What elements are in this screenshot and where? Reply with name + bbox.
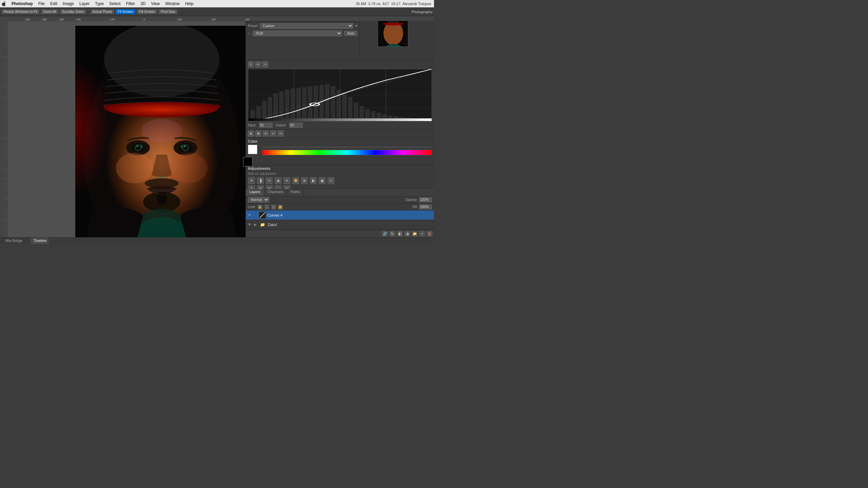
workspace-name: Photography — [412, 10, 433, 14]
timeline-tab[interactable]: Timeline — [31, 238, 49, 244]
menu-photoshop[interactable]: Photoshop — [9, 1, 36, 7]
svg-rect-104 — [325, 84, 330, 121]
paths-tab[interactable]: Paths — [287, 189, 304, 196]
ruler-vertical — [0, 16, 7, 237]
layer-delete-btn[interactable]: 🗑 — [427, 231, 433, 237]
fill-input[interactable] — [419, 204, 432, 209]
menu-edit[interactable]: Edit — [47, 1, 60, 7]
adj-blackwhite[interactable]: ◧ — [310, 177, 317, 184]
svg-point-70 — [157, 192, 167, 205]
input-label: Input: — [248, 123, 256, 127]
fill-screen-btn[interactable]: Fill Screen — [137, 9, 157, 14]
layer-group-btn[interactable]: 📁 — [412, 231, 418, 237]
opacity-input[interactable] — [419, 197, 432, 202]
curves-action-3[interactable]: ⟳ — [263, 130, 269, 137]
layer-thumb-curves4 — [259, 211, 266, 219]
layer-expand-zlatof[interactable]: ▶ — [253, 223, 257, 227]
menu-help[interactable]: Help — [182, 1, 196, 7]
layer-link-btn[interactable]: 🔗 — [382, 231, 388, 237]
curves-action-2[interactable]: ⊠ — [255, 130, 261, 137]
print-size-btn[interactable]: Print Size — [158, 9, 178, 14]
svg-text:100: 100 — [178, 18, 182, 21]
menu-image[interactable]: Image — [60, 1, 77, 7]
svg-text:-250: -250 — [59, 18, 64, 21]
background-swatch[interactable] — [243, 157, 253, 166]
lock-all-btn[interactable]: 🔐 — [278, 204, 283, 210]
curves-action-5[interactable]: ↪ — [278, 130, 284, 137]
lock-image-btn[interactable]: ⊡ — [271, 204, 276, 210]
menu-view[interactable]: View — [148, 1, 162, 7]
curves-action-1[interactable]: ⊞ — [248, 130, 254, 137]
menu-right-info: 35.8M 3.79 ca A17 19:17 Alexandr Tulupov — [356, 2, 434, 6]
zoom-all-btn[interactable]: Zoom All — [41, 9, 59, 14]
layers-lock-row: Lock: 🔒 ▪ ⊡ 🔐 Fill: — [246, 204, 434, 210]
curves-pointer-tool[interactable]: ↖ — [248, 61, 254, 67]
menu-filter[interactable]: Filter — [123, 1, 138, 7]
layer-adjustment-btn[interactable]: ◑ — [404, 231, 410, 237]
svg-rect-93 — [262, 101, 267, 121]
layer-style-btn[interactable]: fx — [389, 231, 395, 237]
adj-colorbalance[interactable]: ⊕ — [301, 177, 308, 184]
curves-draw-tool[interactable]: ✏ — [255, 61, 261, 67]
layer-item-curves4[interactable]: 👁 Curves 4 — [246, 210, 434, 220]
layer-new-btn[interactable]: + — [419, 231, 425, 237]
adj-brightness[interactable]: ☀ — [248, 177, 255, 184]
color-gradient-bar[interactable] — [262, 147, 432, 147]
canvas-area[interactable] — [7, 21, 245, 237]
mini-bridge-tab[interactable]: Mini Bridge — [3, 238, 25, 244]
time-display: 19:17 — [391, 2, 400, 6]
adj-curves[interactable]: 〜 — [265, 177, 273, 184]
adj-photofilter[interactable]: ▦ — [318, 177, 326, 184]
resize-windows-btn[interactable]: Resize Windows to Fit — [1, 9, 40, 14]
menu-3d[interactable]: 3D — [138, 1, 148, 7]
adjustments-panel: Adjustments Add an adjustment ☀ ▐ 〜 ◑ ✦ … — [246, 165, 434, 189]
svg-text:-300: -300 — [42, 18, 47, 21]
layer-vis-zlatof[interactable]: 👁 — [247, 222, 252, 227]
svg-point-72 — [170, 153, 208, 183]
adj-vibrance[interactable]: ✦ — [283, 177, 291, 184]
layer-item-zlatof[interactable]: 👁 ▶ 📁 Zlatof — [246, 220, 434, 229]
adj-channelmix[interactable]: ≡ — [327, 177, 335, 184]
channel-select[interactable]: RGB — [253, 30, 342, 36]
svg-rect-96 — [279, 92, 284, 121]
options-separator — [88, 9, 88, 15]
preset-select[interactable]: Custom — [260, 23, 353, 29]
adj-hsl[interactable]: 🎨 — [292, 177, 299, 184]
menu-layer[interactable]: Layer — [77, 1, 92, 7]
options-bar: Resize Windows to Fit Zoom All Scrubby Z… — [0, 7, 434, 16]
lock-position-btn[interactable]: 🔒 — [257, 204, 263, 210]
color-panel: Color — [246, 138, 434, 165]
menu-file[interactable]: File — [36, 1, 47, 7]
lock-label: Lock: — [248, 205, 256, 209]
fit-screen-btn[interactable]: Fit Screen — [115, 9, 136, 14]
input-value[interactable] — [259, 123, 273, 128]
layer-vis-curves4[interactable]: 👁 — [247, 213, 252, 218]
color-rainbow-bar[interactable] — [262, 150, 432, 155]
foreground-swatch[interactable] — [248, 145, 257, 154]
auto-btn[interactable]: Auto — [344, 31, 357, 36]
curves-graph[interactable] — [248, 69, 432, 121]
layer-mask-btn[interactable]: ◧ — [397, 231, 403, 237]
svg-rect-98 — [291, 88, 295, 121]
blend-mode-select[interactable]: Normal — [248, 197, 269, 203]
menu-type[interactable]: Type — [92, 1, 106, 7]
channels-tab[interactable]: Channels — [264, 189, 287, 196]
curves-collapse-btn[interactable]: ▾ — [355, 24, 357, 28]
menu-select[interactable]: Select — [106, 1, 123, 7]
actual-pixels-btn[interactable]: Actual Pixels — [90, 9, 114, 14]
output-value[interactable] — [289, 123, 303, 128]
scrubby-zoom-btn[interactable]: Scrubby Zoom — [60, 9, 86, 14]
layer-expand-curves4 — [253, 213, 257, 217]
adj-levels[interactable]: ▐ — [257, 177, 264, 184]
lock-pixels-btn[interactable]: ▪ — [264, 204, 270, 210]
layers-footer: 🔗 fx ◧ ◑ 📁 + 🗑 — [246, 230, 434, 237]
layers-tab[interactable]: Layers — [246, 189, 264, 196]
curves-smooth-tool[interactable]: 〜 — [262, 61, 268, 67]
adj-exposure[interactable]: ◑ — [274, 177, 282, 184]
svg-rect-25 — [0, 16, 7, 237]
curves-action-4[interactable]: ↩ — [270, 130, 276, 137]
ai-info: A17 — [382, 2, 389, 6]
menu-window[interactable]: Window — [162, 1, 182, 7]
svg-rect-124 — [248, 118, 432, 121]
curves-tools-row: ↖ ✏ 〜 — [248, 61, 432, 67]
